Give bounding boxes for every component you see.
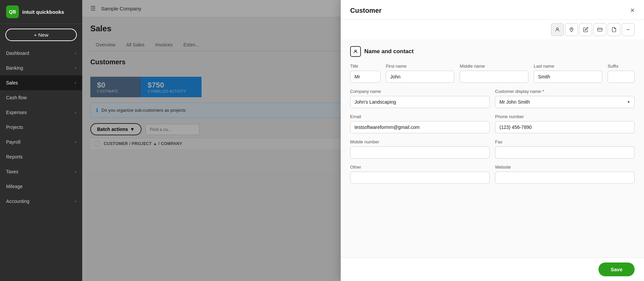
sidebar-item-label-accounting: Accounting (6, 199, 29, 204)
close-button[interactable]: × (630, 6, 635, 15)
qb-logo-icon: QB (6, 5, 19, 18)
middle-name-label: Middle name (460, 64, 528, 69)
panel-footer: Save (341, 257, 644, 281)
minus-icon-button[interactable] (622, 23, 635, 36)
company-row: Company name Customer display name * Mr … (350, 89, 635, 108)
middle-name-input[interactable] (460, 71, 528, 83)
title-input[interactable] (350, 71, 380, 83)
customer-panel: Customer × Name and contact (341, 0, 644, 281)
last-name-input[interactable] (534, 71, 602, 83)
sidebar-item-label-mileage: Mileage (6, 184, 23, 189)
section-header: Name and contact (350, 46, 635, 57)
logo-area: QB intuit quickbooks (0, 0, 82, 24)
other-group: Other (350, 165, 490, 184)
panel-title: Customer (350, 7, 381, 14)
person-icon-button[interactable] (551, 23, 564, 36)
sidebar-item-accounting[interactable]: Accounting › (0, 194, 82, 209)
chevron-icon: › (75, 140, 76, 144)
sidebar-item-label-cashflow: Cash flow (6, 95, 27, 100)
first-name-label: First name (386, 64, 454, 69)
last-name-group: Last name (534, 64, 602, 83)
sidebar-item-label-projects: Projects (6, 125, 23, 130)
sidebar-item-label-banking: Banking (6, 65, 23, 71)
sidebar-item-dashboard[interactable]: Dashboard › (0, 46, 82, 61)
document-icon-button[interactable] (608, 23, 620, 36)
payment-icon-button[interactable] (593, 23, 606, 36)
company-name-input[interactable] (350, 96, 490, 108)
sidebar-item-taxes[interactable]: Taxes › (0, 164, 82, 179)
website-input[interactable] (495, 172, 635, 184)
fax-input[interactable] (495, 146, 635, 159)
sidebar-item-cashflow[interactable]: Cash flow (0, 90, 82, 105)
other-label: Other (350, 165, 490, 170)
chevron-icon: › (75, 199, 76, 204)
mobile-label: Mobile number (350, 139, 490, 144)
save-button[interactable]: Save (599, 262, 635, 276)
qb-logo-text: intuit quickbooks (22, 9, 64, 15)
first-name-input[interactable] (386, 71, 454, 83)
panel-toolbar (341, 20, 644, 39)
sidebar: QB intuit quickbooks + New Dashboard › B… (0, 0, 82, 281)
svg-point-4 (355, 50, 357, 51)
chevron-icon: › (75, 66, 76, 70)
name-row: Title First name Middle name Last name S… (350, 64, 635, 83)
panel-header: Customer × (341, 0, 644, 20)
sidebar-item-label-reports: Reports (6, 154, 23, 160)
sidebar-item-label-dashboard: Dashboard (6, 50, 29, 56)
svg-point-0 (556, 28, 558, 30)
chevron-icon: › (75, 110, 76, 115)
email-input[interactable] (350, 121, 490, 133)
mobile-input[interactable] (350, 146, 490, 159)
other-website-row: Other Website (350, 165, 635, 184)
email-phone-row: Email Phone number (350, 114, 635, 133)
sidebar-item-payroll[interactable]: Payroll › (0, 135, 82, 149)
sidebar-item-label-sales: Sales (6, 80, 18, 85)
email-group: Email (350, 114, 490, 133)
sidebar-item-label-payroll: Payroll (6, 139, 21, 145)
edit-icon-button[interactable] (579, 23, 592, 36)
sidebar-item-sales[interactable]: Sales › (0, 75, 82, 90)
new-button[interactable]: + New (5, 29, 77, 41)
sidebar-nav: Dashboard › Banking › Sales › Cash flow … (0, 46, 82, 281)
display-name-group: Customer display name * Mr John Smith (495, 89, 635, 108)
svg-rect-1 (597, 28, 602, 31)
location-icon-button[interactable] (565, 23, 578, 36)
sidebar-item-reports[interactable]: Reports (0, 149, 82, 164)
chevron-icon: › (75, 169, 76, 174)
display-name-select-wrapper: Mr John Smith (495, 96, 635, 108)
section-title: Name and contact (364, 48, 413, 55)
suffix-input[interactable] (608, 71, 635, 83)
company-name-group: Company name (350, 89, 490, 108)
suffix-label: Suffix (608, 64, 635, 69)
chevron-icon: › (75, 51, 76, 56)
chevron-icon: › (75, 80, 76, 85)
sidebar-item-projects[interactable]: Projects (0, 120, 82, 135)
website-group: Website (495, 165, 635, 184)
fax-group: Fax (495, 139, 635, 159)
phone-label: Phone number (495, 114, 635, 119)
title-label: Title (350, 64, 380, 69)
sidebar-item-label-expenses: Expenses (6, 110, 27, 115)
mobile-group: Mobile number (350, 139, 490, 159)
company-name-label: Company name (350, 89, 490, 94)
fax-label: Fax (495, 139, 635, 144)
email-label: Email (350, 114, 490, 119)
section-contact-icon (350, 46, 361, 57)
middle-name-group: Middle name (460, 64, 528, 83)
phone-group: Phone number (495, 114, 635, 133)
sidebar-item-expenses[interactable]: Expenses › (0, 105, 82, 120)
sidebar-item-label-taxes: Taxes (6, 169, 19, 174)
other-input[interactable] (350, 172, 490, 184)
sidebar-item-banking[interactable]: Banking › (0, 61, 82, 75)
first-name-group: First name (386, 64, 454, 83)
display-name-select[interactable]: Mr John Smith (495, 96, 635, 108)
panel-body: Name and contact Title First name Middle… (341, 39, 644, 257)
display-name-label: Customer display name * (495, 89, 635, 94)
phone-input[interactable] (495, 121, 635, 133)
mobile-fax-row: Mobile number Fax (350, 139, 635, 159)
last-name-label: Last name (534, 64, 602, 69)
sidebar-item-mileage[interactable]: Mileage (0, 179, 82, 194)
title-group: Title (350, 64, 380, 83)
suffix-group: Suffix (608, 64, 635, 83)
website-label: Website (495, 165, 635, 170)
